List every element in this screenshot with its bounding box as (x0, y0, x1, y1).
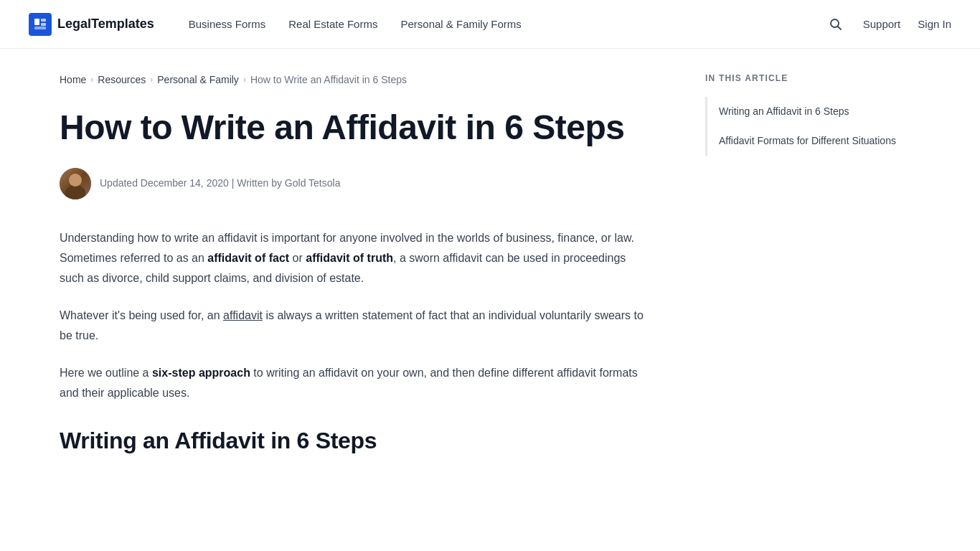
search-icon (829, 17, 843, 32)
para1-bold2: affidavit of truth (306, 252, 393, 264)
breadcrumb-separator-3: › (243, 73, 246, 87)
header-right: Support Sign In (826, 14, 951, 34)
toc-item-1: Writing an Affidavit in 6 Steps (705, 97, 906, 126)
nav-business-forms[interactable]: Business Forms (189, 16, 266, 33)
site-header: LegalTemplates Business Forms Real Estat… (0, 0, 980, 49)
article-paragraph-2: Whatever it's being used for, an affidav… (60, 306, 648, 346)
article-paragraph-1: Understanding how to write an affidavit … (60, 228, 648, 288)
author-avatar (60, 168, 91, 199)
main-nav: Business Forms Real Estate Forms Persona… (189, 16, 826, 33)
toc-link-2[interactable]: Affidavit Formats for Different Situatio… (719, 133, 906, 149)
author-meta: Updated December 14, 2020 | Written by G… (100, 175, 340, 191)
logo-text: LegalTemplates (57, 14, 154, 34)
para3-text-before: Here we outline a (60, 367, 152, 379)
nav-real-estate-forms[interactable]: Real Estate Forms (288, 16, 377, 33)
logo-icon (29, 13, 52, 36)
author-info: Updated December 14, 2020 | Written by G… (60, 168, 648, 199)
svg-rect-2 (41, 23, 46, 26)
svg-rect-1 (41, 19, 46, 22)
search-button[interactable] (826, 14, 846, 34)
breadcrumb-separator-2: › (150, 73, 153, 87)
breadcrumb: Home › Resources › Personal & Family › H… (60, 72, 648, 88)
article-paragraph-3: Here we outline a six-step approach to w… (60, 363, 648, 403)
breadcrumb-current: How to Write an Affidavit in 6 Steps (250, 72, 407, 88)
main-content: Home › Resources › Personal & Family › H… (31, 49, 949, 489)
para1-text-middle: or (289, 252, 306, 264)
breadcrumb-resources[interactable]: Resources (98, 72, 146, 88)
para1-bold1: affidavit of fact (207, 252, 289, 264)
affidavit-link[interactable]: affidavit (223, 309, 263, 321)
article: Home › Resources › Personal & Family › H… (60, 72, 648, 466)
para2-text-before: Whatever it's being used for, an (60, 309, 223, 321)
signin-link[interactable]: Sign In (918, 16, 951, 33)
toc-link-1[interactable]: Writing an Affidavit in 6 Steps (719, 104, 906, 119)
svg-point-4 (831, 19, 839, 27)
svg-rect-0 (34, 19, 39, 25)
table-of-contents: IN THIS ARTICLE Writing an Affidavit in … (705, 72, 906, 156)
article-title: How to Write an Affidavit in 6 Steps (60, 108, 648, 147)
nav-personal-family-forms[interactable]: Personal & Family Forms (400, 16, 521, 33)
logo-link[interactable]: LegalTemplates (29, 13, 154, 36)
section-title-writing: Writing an Affidavit in 6 Steps (60, 420, 648, 461)
breadcrumb-personal-family[interactable]: Personal & Family (157, 72, 239, 88)
sidebar: IN THIS ARTICLE Writing an Affidavit in … (705, 72, 906, 466)
author-avatar-image (60, 168, 91, 199)
support-link[interactable]: Support (863, 16, 901, 33)
para3-bold1: six-step approach (152, 367, 250, 379)
svg-rect-3 (34, 27, 46, 29)
toc-item-2: Affidavit Formats for Different Situatio… (705, 126, 906, 156)
breadcrumb-home[interactable]: Home (60, 72, 86, 88)
breadcrumb-separator-1: › (90, 73, 93, 87)
toc-list: Writing an Affidavit in 6 Steps Affidavi… (705, 97, 906, 156)
toc-title: IN THIS ARTICLE (705, 72, 906, 85)
article-body: Understanding how to write an affidavit … (60, 228, 648, 461)
